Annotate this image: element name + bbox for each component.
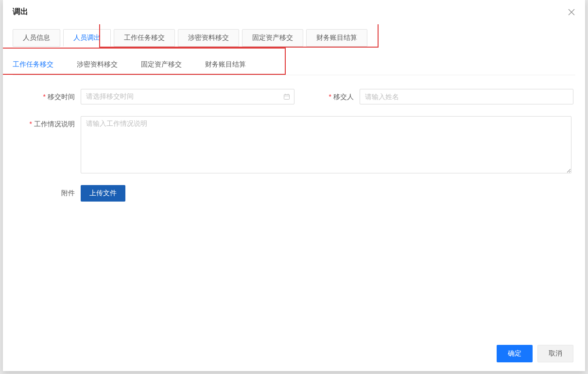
tab-personnel-info[interactable]: 人员信息 — [13, 29, 60, 47]
form-item-transfer-person: 移交人 — [321, 89, 573, 104]
subtab-work-task-handover[interactable]: 工作任务移交 — [13, 55, 53, 75]
sub-tabs: 工作任务移交 涉密资料移交 固定资产移交 财务账目结算 — [13, 55, 575, 75]
tab-financial-settlement[interactable]: 财务账目结算 — [306, 29, 367, 47]
modal-header: 调出 — [3, 0, 585, 24]
work-description-textarea[interactable] — [81, 116, 571, 173]
close-button[interactable] — [568, 8, 575, 16]
form-item-work-description: 工作情况说明 — [13, 116, 571, 173]
confirm-button[interactable]: 确定 — [497, 345, 533, 362]
close-icon — [568, 9, 575, 16]
tab-confidential-handover[interactable]: 涉密资料移交 — [178, 29, 239, 47]
tab-work-task-handover[interactable]: 工作任务移交 — [114, 29, 175, 47]
label-transfer-person: 移交人 — [321, 89, 360, 104]
modal-body: 人员信息 人员调出 工作任务移交 涉密资料移交 固定资产移交 财务账目结算 工作… — [3, 24, 585, 339]
label-attachment: 附件 — [13, 185, 81, 201]
modal-title: 调出 — [13, 7, 28, 17]
svg-rect-2 — [284, 95, 290, 100]
transfer-person-input[interactable] — [360, 89, 573, 104]
cancel-button[interactable]: 取消 — [537, 345, 573, 362]
transfer-time-input[interactable]: 请选择移交时间 — [81, 89, 294, 104]
subtab-fixed-assets-handover[interactable]: 固定资产移交 — [141, 55, 182, 75]
form-item-transfer-time: 移交时间 请选择移交时间 — [13, 89, 294, 104]
form-row-2: 工作情况说明 — [13, 116, 575, 173]
tab-personnel-transfer[interactable]: 人员调出 — [63, 29, 111, 47]
label-work-description: 工作情况说明 — [13, 116, 81, 132]
form-item-attachment: 附件 上传文件 — [13, 185, 125, 202]
subtab-financial-settlement[interactable]: 财务账目结算 — [205, 55, 246, 75]
subtab-confidential-handover[interactable]: 涉密资料移交 — [77, 55, 118, 75]
primary-tabs: 人员信息 人员调出 工作任务移交 涉密资料移交 固定资产移交 财务账目结算 — [13, 29, 575, 47]
form-row-3: 附件 上传文件 — [13, 185, 575, 202]
label-transfer-time: 移交时间 — [13, 89, 81, 104]
modal-dialog: 调出 人员信息 人员调出 工作任务移交 涉密资料移交 固定资产移交 财务账目结算… — [3, 0, 585, 371]
modal-footer: 确定 取消 — [3, 339, 585, 371]
transfer-time-placeholder: 请选择移交时间 — [86, 92, 134, 101]
upload-button[interactable]: 上传文件 — [81, 185, 125, 202]
calendar-icon — [283, 93, 290, 100]
form-row-1: 移交时间 请选择移交时间 移交人 — [13, 89, 575, 104]
tab-fixed-assets-handover[interactable]: 固定资产移交 — [242, 29, 303, 47]
